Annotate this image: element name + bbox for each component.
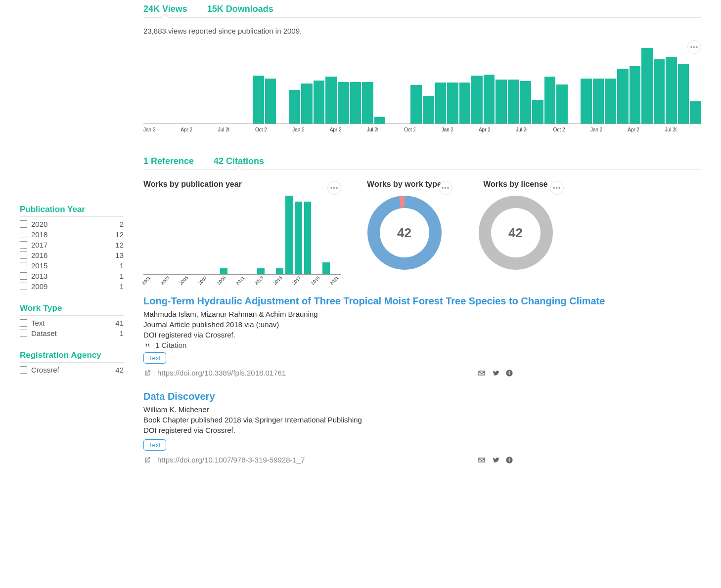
bar: [289, 90, 301, 124]
bar: [654, 59, 665, 124]
work-doi[interactable]: https://doi.org/10.3389/fpls.2018.01761: [157, 369, 286, 377]
xaxis-label: Jul 2019: [516, 127, 527, 132]
xaxis-label: [284, 279, 291, 286]
xaxis-label: Oct 2017: [255, 127, 267, 132]
bar: [257, 268, 265, 274]
facet-item[interactable]: 20091: [20, 281, 124, 292]
facet-label: 2013: [31, 272, 120, 280]
external-link-icon[interactable]: [143, 369, 151, 377]
checkbox-icon[interactable]: [20, 330, 27, 337]
bar: [220, 268, 227, 274]
facet-title: Publication Year: [20, 205, 124, 217]
mail-icon[interactable]: [478, 369, 486, 377]
checkbox-icon[interactable]: [20, 241, 27, 249]
facet-count: 12: [115, 241, 124, 249]
facet-item[interactable]: Crossref42: [20, 365, 124, 375]
checkbox-icon[interactable]: [20, 366, 27, 374]
facet-item[interactable]: 20202: [20, 219, 124, 229]
metrics-tabs: 24K Views 15K Downloads: [143, 0, 701, 18]
bar: [314, 81, 325, 124]
panel-license: Works by license ••• 42: [467, 180, 564, 270]
xaxis-label: [228, 279, 235, 286]
xaxis-label: [392, 127, 403, 132]
xaxis-label: [230, 127, 242, 132]
worktype-donut-center: 42: [380, 208, 429, 257]
facet-item[interactable]: 20131: [20, 271, 124, 281]
checkbox-icon[interactable]: [20, 252, 27, 259]
xaxis-label: [690, 127, 701, 132]
facet-count: 42: [115, 366, 124, 374]
tab-downloads[interactable]: 15K Downloads: [207, 4, 273, 14]
xaxis-label: [503, 127, 515, 132]
checkbox-icon[interactable]: [20, 283, 27, 290]
citation-count: 1 Citation: [143, 341, 701, 349]
bar: [471, 76, 483, 124]
xaxis-label: Oct 2018: [404, 127, 415, 132]
tab-references[interactable]: 1 Reference: [143, 156, 194, 167]
checkbox-icon[interactable]: [20, 319, 27, 327]
citation-item: Data Discovery William K. Michener Book …: [143, 390, 701, 464]
xaxis-label: Jan 2019: [442, 127, 453, 132]
facet-count: 12: [115, 230, 124, 239]
xaxis-label: [193, 127, 204, 132]
facet-count: 1: [120, 261, 124, 270]
facet-title: Work Type: [20, 303, 124, 316]
citation-item: Long-Term Hydraulic Adjustment of Three …: [143, 294, 701, 377]
xaxis-label: [491, 127, 502, 132]
work-authors: William K. Michener: [143, 405, 701, 414]
work-registered: DOI registered via Crossref.: [143, 426, 701, 434]
chart-menu-button[interactable]: •••: [550, 181, 564, 195]
bar: [253, 76, 264, 124]
xaxis-label: [379, 127, 391, 132]
xaxis-label: [615, 127, 627, 132]
tab-views[interactable]: 24K Views: [143, 4, 187, 14]
facet-group: Work TypeText41Dataset1: [20, 303, 124, 338]
twitter-icon[interactable]: [492, 369, 499, 377]
facet-item[interactable]: 201613: [20, 250, 124, 260]
pubyear-bar-chart: [143, 196, 341, 275]
work-title-link[interactable]: Long-Term Hydraulic Adjustment of Three …: [143, 294, 701, 308]
work-doi[interactable]: https://doi.org/10.1007/978-3-319-59928-…: [157, 456, 305, 464]
facet-label: Dataset: [31, 329, 120, 337]
facet-item[interactable]: Dataset1: [20, 328, 124, 338]
panel-pubyear: Works by publication year ••• 2001200320…: [143, 180, 341, 282]
twitter-icon[interactable]: [492, 456, 499, 464]
xaxis-label: 2003: [160, 275, 170, 286]
xaxis-label: [305, 127, 316, 132]
checkbox-icon[interactable]: [20, 231, 27, 238]
checkbox-icon[interactable]: [20, 272, 27, 280]
xaxis-label: Apr 2018: [330, 127, 341, 132]
facet-item[interactable]: 20151: [20, 260, 124, 271]
xaxis-label: [156, 127, 167, 132]
checkbox-icon[interactable]: [20, 220, 27, 228]
quote-icon: [143, 341, 151, 349]
work-type-tag[interactable]: Text: [143, 352, 166, 364]
xaxis-label: [322, 279, 329, 286]
facet-item[interactable]: 201712: [20, 240, 124, 250]
work-title-link[interactable]: Data Discovery: [143, 390, 701, 403]
xaxis-label: [355, 127, 366, 132]
pubyear-xaxis: 2001200320052007200920112013201520172019…: [142, 277, 340, 282]
views-chart: ••• Jan 2017Apr 2017Jul 2017Oct 2017Jan …: [143, 40, 701, 132]
tab-citations[interactable]: 42 Citations: [214, 156, 264, 167]
bar: [556, 84, 568, 124]
bar: [630, 66, 641, 124]
chart-menu-button[interactable]: •••: [327, 181, 341, 195]
mail-icon[interactable]: [478, 456, 486, 464]
checkbox-icon[interactable]: [20, 262, 27, 269]
bar: [532, 100, 543, 124]
citations-list: Long-Term Hydraulic Adjustment of Three …: [143, 294, 701, 464]
facet-item[interactable]: 201812: [20, 229, 124, 240]
facebook-icon[interactable]: [505, 456, 513, 464]
chart-menu-button[interactable]: •••: [439, 181, 452, 195]
xaxis-label: 2015: [272, 275, 283, 286]
xaxis-label: 2007: [197, 275, 208, 286]
facet-count: 1: [120, 329, 124, 337]
external-link-icon[interactable]: [143, 456, 151, 464]
work-type-tag[interactable]: Text: [143, 439, 166, 451]
chart-menu-button[interactable]: •••: [687, 40, 701, 54]
facet-item[interactable]: Text41: [20, 318, 124, 328]
facebook-icon[interactable]: [505, 369, 513, 377]
facet-title: Registration Agency: [20, 350, 124, 363]
xaxis-label: [416, 127, 428, 132]
